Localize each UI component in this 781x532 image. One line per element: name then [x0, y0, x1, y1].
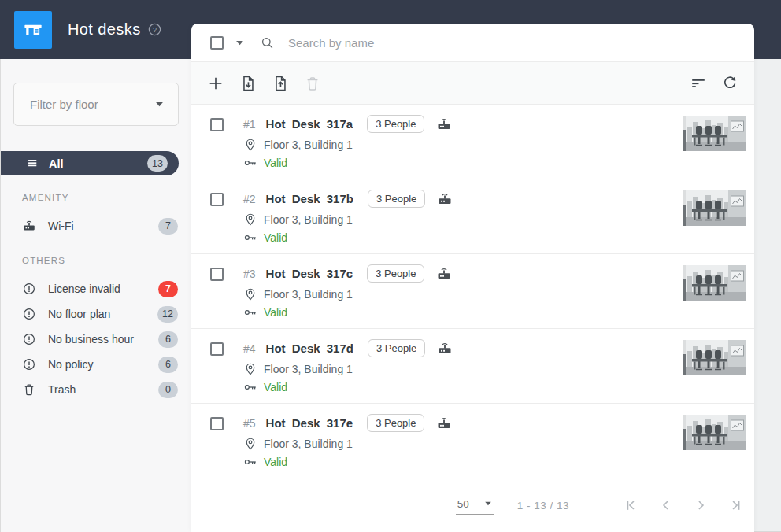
add-desk-button[interactable]	[207, 75, 224, 92]
wifi-router-icon	[437, 341, 453, 357]
sidebar-item-wi-fi[interactable]: Wi-Fi 7	[1, 213, 191, 238]
search-bar	[191, 24, 754, 61]
table-row[interactable]: #1 Hot Desk 317a 3 People Floor 3, Build…	[191, 105, 754, 179]
desk-thumbnail	[683, 415, 746, 450]
row-index: #4	[243, 342, 256, 355]
export-file-button[interactable]	[272, 75, 289, 92]
pager	[605, 497, 743, 513]
row-index: #3	[243, 268, 256, 280]
import-file-button[interactable]	[239, 75, 257, 92]
sidebar-item-count: 13	[147, 155, 168, 172]
sidebar-item-count: 7	[158, 218, 178, 235]
first-page-button[interactable]	[624, 497, 639, 513]
table-row[interactable]: #4 Hot Desk 317d 3 People Floor 3, Build…	[191, 329, 754, 404]
sort-button[interactable]	[690, 75, 707, 92]
row-checkbox[interactable]	[210, 342, 224, 356]
sidebar-item-count: 7	[158, 281, 178, 297]
alert-circle-icon	[22, 282, 36, 296]
table-row[interactable]: #3 Hot Desk 317c 3 People Floor 3, Build…	[191, 254, 754, 329]
license-status: Valid	[264, 157, 287, 169]
app-logo	[14, 11, 52, 49]
alert-circle-icon	[22, 357, 36, 371]
last-page-icon	[727, 497, 743, 513]
prev-page-button[interactable]	[658, 497, 674, 513]
row-index: #1	[243, 118, 256, 131]
desk-location: Floor 3, Building 1	[264, 213, 353, 226]
key-icon	[243, 380, 257, 394]
trash-icon	[22, 382, 36, 397]
chevron-down-icon	[155, 102, 164, 107]
location-pin-icon	[243, 287, 257, 301]
row-checkbox[interactable]	[210, 193, 224, 206]
license-status: Valid	[264, 306, 287, 319]
location-pin-icon	[243, 212, 257, 227]
last-page-button[interactable]	[727, 497, 743, 513]
sidebar-item-no-floor-plan[interactable]: No floor plan 12	[1, 301, 191, 327]
sidebar-item-no-business-hour[interactable]: No business hour 6	[1, 327, 191, 352]
sidebar-item-all[interactable]: All 13	[1, 151, 179, 175]
app-root: Hot desks Filter by floor All 13 AMENITY…	[0, 0, 781, 532]
alert-circle-icon	[22, 307, 36, 321]
pagination: 50 1 - 13 / 13	[191, 478, 754, 532]
section-label: OTHERS	[22, 256, 191, 265]
location-pin-icon	[243, 362, 257, 376]
help-circle-icon[interactable]	[147, 22, 162, 37]
capacity-badge: 3 People	[367, 115, 424, 133]
sidebar-item-label: No floor plan	[48, 308, 110, 320]
license-status: Valid	[264, 231, 287, 244]
row-index: #2	[243, 193, 256, 205]
sidebar-item-trash[interactable]: Trash 0	[1, 377, 191, 402]
sidebar-item-count: 12	[157, 306, 178, 323]
file-export-icon	[272, 75, 289, 92]
select-all-checkbox[interactable]	[210, 36, 224, 50]
search-icon	[260, 35, 275, 50]
main-panel: #1 Hot Desk 317a 3 People Floor 3, Build…	[191, 24, 754, 532]
sidebar-item-count: 6	[158, 331, 178, 348]
sidebar-item-label: No policy	[48, 358, 94, 371]
page-size-value: 50	[457, 498, 469, 510]
desk-location: Floor 3, Building 1	[264, 438, 353, 450]
capacity-badge: 3 People	[368, 190, 425, 208]
filter-placeholder: Filter by floor	[30, 98, 155, 111]
row-checkbox[interactable]	[210, 268, 224, 281]
sidebar-item-license-invalid[interactable]: License invalid 7	[1, 276, 191, 301]
key-icon	[243, 455, 257, 469]
wifi-router-icon	[436, 266, 452, 282]
toolbar	[191, 61, 754, 105]
page-title: Hot desks	[68, 20, 141, 39]
sidebar-item-label: Trash	[48, 383, 76, 396]
select-menu-caret-icon[interactable]	[235, 40, 244, 46]
sidebar-item-no-policy[interactable]: No policy 6	[1, 352, 191, 377]
section-items: Wi-Fi 7	[1, 213, 191, 238]
toolbar-right	[676, 75, 738, 92]
table-row[interactable]: #5 Hot Desk 317e 3 People Floor 3, Build…	[191, 404, 754, 478]
sidebar-sections: AMENITY Wi-Fi 7 OTHERS License invalid 7…	[1, 193, 191, 402]
desk-thumbnail	[683, 190, 746, 226]
key-icon	[243, 305, 257, 320]
refresh-button[interactable]	[721, 75, 738, 92]
prev-page-icon	[658, 497, 674, 513]
wifi-router-icon	[436, 416, 452, 431]
wifi-router-icon	[437, 191, 453, 207]
filter-by-floor-dropdown[interactable]: Filter by floor	[13, 83, 179, 126]
plus-icon	[207, 75, 224, 92]
desk-name: Hot Desk 317c	[266, 267, 353, 280]
page-size-select[interactable]: 50	[456, 497, 494, 515]
sidebar-item-label: License invalid	[48, 283, 120, 295]
section-items: License invalid 7 No floor plan 12 No bu…	[1, 276, 191, 402]
row-checkbox[interactable]	[210, 417, 224, 430]
section-label: AMENITY	[22, 193, 191, 202]
wifi-router-icon	[22, 219, 36, 233]
desk-location: Floor 3, Building 1	[264, 139, 353, 151]
desk-thumbnail	[683, 340, 746, 375]
sidebar-item-count: 0	[158, 382, 178, 398]
table-row[interactable]: #2 Hot Desk 317b 3 People Floor 3, Build…	[191, 179, 754, 254]
capacity-badge: 3 People	[367, 264, 424, 283]
sidebar-item-label: All	[49, 157, 64, 170]
row-checkbox[interactable]	[210, 118, 224, 131]
wifi-router-icon	[436, 116, 452, 132]
delete-button[interactable]	[304, 75, 321, 92]
next-page-button[interactable]	[693, 497, 709, 513]
desk-icon	[21, 18, 45, 42]
search-input[interactable]	[288, 36, 603, 50]
